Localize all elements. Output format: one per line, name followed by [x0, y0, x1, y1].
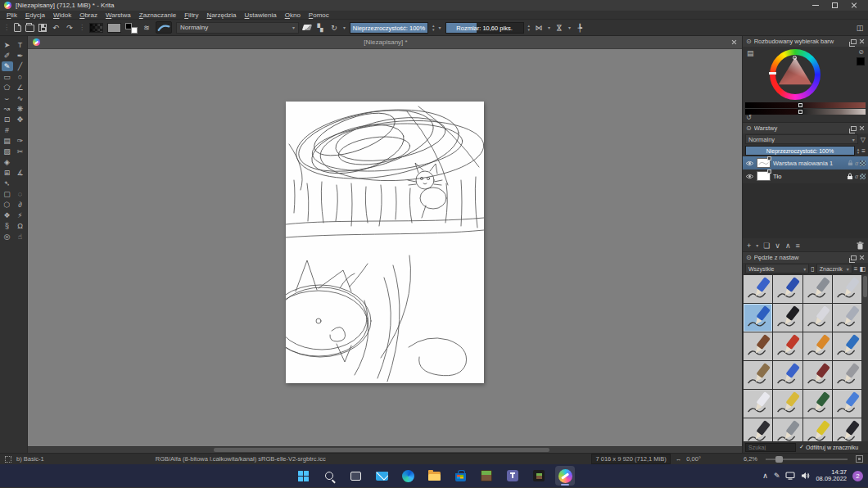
tool-select-shapes[interactable]: ➤ — [2, 40, 13, 50]
add-layer-icon[interactable]: + — [747, 242, 751, 250]
horizontal-scrollbar[interactable] — [28, 446, 742, 453]
selection-mode-icon[interactable] — [5, 456, 11, 463]
tool-polyline[interactable]: ∠ — [15, 83, 26, 93]
eraser-mode-icon[interactable] — [302, 25, 312, 30]
tool-line[interactable]: ╱ — [15, 61, 26, 71]
tool-assistants[interactable]: ⊞ — [2, 168, 13, 178]
menu-item[interactable]: Obraz — [75, 11, 102, 19]
mirror-vertical-icon[interactable]: ⋈ — [555, 23, 563, 33]
tool-color-sampler[interactable]: ✑ — [15, 136, 26, 146]
tool-freehand-select[interactable]: ∂ — [15, 200, 26, 210]
tag-select[interactable]: Znacznik ▾ — [816, 264, 852, 273]
canvas-viewport[interactable] — [28, 49, 742, 446]
lock-icon[interactable] — [847, 173, 853, 180]
lock-icon[interactable] — [848, 160, 853, 166]
display-mode-icon[interactable]: ◧ — [859, 265, 866, 273]
menu-item[interactable]: Edycja — [21, 11, 49, 19]
color-history-strips[interactable] — [745, 102, 866, 115]
shade-strip-left[interactable] — [745, 102, 798, 115]
layer-row[interactable]: Tło α — [743, 169, 868, 183]
preset-menu-icon[interactable]: ≡ — [854, 265, 858, 273]
tool-magnetic-select[interactable]: Ω — [15, 221, 26, 231]
menu-item[interactable]: Zaznaczanie — [135, 11, 180, 19]
undo-icon[interactable]: ↶ — [51, 24, 61, 32]
close-panel-icon[interactable] — [859, 125, 865, 131]
float-panel-icon[interactable] — [851, 39, 857, 44]
new-document-icon[interactable] — [14, 23, 21, 32]
move-layer-down-icon[interactable]: ∨ — [775, 242, 780, 250]
close-icon[interactable] — [851, 2, 857, 9]
gradient-chooser[interactable] — [89, 23, 103, 33]
tool-move[interactable]: ✥ — [15, 115, 26, 124]
tool-zoom[interactable]: ◎ — [2, 232, 13, 242]
tool-pattern-edit[interactable]: ▨ — [2, 147, 13, 156]
empty-slot[interactable] — [15, 157, 26, 167]
menu-item[interactable]: Ustawienia — [241, 11, 281, 19]
tool-text[interactable]: T — [15, 40, 26, 50]
tool-gradient[interactable]: ▤ — [2, 136, 13, 146]
brush-grid-scrollbar[interactable] — [862, 274, 868, 441]
minimize-icon[interactable] — [812, 5, 819, 6]
inherit-alpha-icon[interactable] — [860, 160, 866, 166]
brush-preset[interactable] — [833, 332, 861, 360]
brush-preset[interactable] — [833, 275, 861, 303]
brush-preset[interactable] — [803, 275, 832, 303]
menu-item[interactable]: Okno — [281, 11, 305, 19]
canvas[interactable] — [286, 102, 484, 383]
tool-freehand-path[interactable]: ∿ — [15, 93, 26, 103]
document-tab[interactable]: [Niezapisany] * — [28, 36, 742, 49]
brush-preset[interactable] — [803, 390, 832, 418]
menu-item[interactable]: Filtry — [180, 11, 202, 19]
no-color-icon[interactable]: ⊘ — [858, 48, 864, 56]
panel-menu-icon[interactable]: ⊙ — [746, 124, 752, 132]
menu-item[interactable]: Widok — [49, 11, 75, 19]
brush-preset[interactable] — [744, 332, 772, 360]
empty-slot[interactable] — [15, 178, 26, 188]
brush-preset[interactable] — [773, 275, 802, 303]
microsoft-store-icon[interactable] — [450, 466, 470, 486]
tool-reference-images[interactable]: ➴ — [2, 178, 13, 188]
brush-preset[interactable] — [803, 361, 832, 389]
tool-freehand-brush[interactable]: ✎ — [2, 61, 13, 71]
chevron-down-icon[interactable]: ▾ — [439, 25, 441, 30]
float-panel-icon[interactable] — [851, 126, 857, 131]
tool-bezier-select[interactable]: § — [2, 221, 13, 231]
redo-icon[interactable]: ↷ — [65, 24, 75, 32]
shade-strip-right[interactable] — [803, 102, 866, 115]
menu-item[interactable]: Plik — [2, 11, 21, 19]
visibility-eye-icon[interactable] — [745, 160, 754, 166]
task-view-icon[interactable] — [346, 466, 365, 486]
delete-layer-icon[interactable] — [857, 242, 864, 250]
brush-preset[interactable] — [833, 304, 861, 332]
tool-multibrush[interactable]: ❋ — [15, 104, 26, 114]
layer-blending-mode-select[interactable]: Normalny ▾ — [745, 134, 858, 144]
tool-ellipse[interactable]: ○ — [15, 72, 26, 82]
panel-menu-icon[interactable]: ⊙ — [746, 38, 752, 45]
tool-smart-patch[interactable]: ✂ — [15, 147, 26, 156]
brush-preset[interactable] — [803, 418, 832, 441]
brush-preset[interactable] — [744, 275, 772, 303]
brush-preset[interactable] — [803, 332, 832, 360]
close-panel-icon[interactable] — [859, 38, 865, 44]
layer-thumbnail[interactable] — [757, 171, 771, 181]
tool-pan[interactable]: ☝ — [15, 232, 26, 242]
opacity-spinner[interactable]: ▴▾ — [432, 24, 435, 31]
start-button[interactable] — [293, 466, 313, 486]
preset-filter-select[interactable]: Wszystkie ▾ — [745, 264, 809, 273]
brush-preset[interactable] — [773, 418, 802, 441]
tool-crop[interactable]: # — [2, 125, 13, 135]
zoom-slider-thumb[interactable] — [775, 456, 783, 463]
file-explorer-icon[interactable] — [424, 466, 444, 486]
tool-polygon[interactable]: ⬠ — [2, 83, 13, 93]
alpha-lock-icon[interactable]: α — [855, 160, 858, 166]
close-panel-icon[interactable] — [859, 255, 865, 260]
tray-chevron-icon[interactable]: ∧ — [762, 472, 768, 480]
tool-transform[interactable]: ⊡ — [2, 115, 13, 124]
opacity-slider[interactable]: Nieprzezroczystość: 100% — [350, 22, 428, 34]
open-document-icon[interactable] — [25, 25, 34, 32]
save-icon[interactable] — [38, 24, 47, 32]
layer-properties-icon[interactable]: ≡ — [796, 242, 800, 250]
brush-preset[interactable] — [833, 390, 861, 418]
layer-row[interactable]: Warstwa malowania 1 α — [743, 156, 868, 169]
horizontal-scrollbar-thumb[interactable] — [214, 448, 549, 452]
